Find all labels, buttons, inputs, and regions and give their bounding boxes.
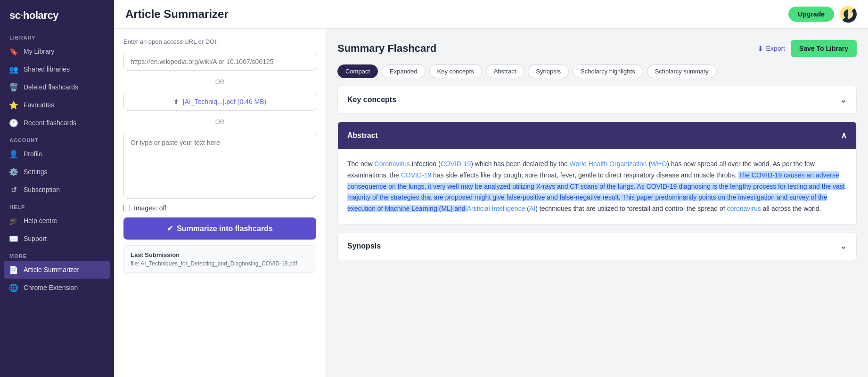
images-label: Images: off <box>134 204 166 212</box>
theme-toggle-button[interactable]: 🌓 <box>840 6 857 23</box>
content-area: Enter an open access URL or DOI: OR ⬆ [A… <box>114 29 868 377</box>
flashcard-title: Summary Flashcard <box>337 42 436 55</box>
chevron-up-icon: ∧ <box>841 130 847 141</box>
tab-scholarcy-highlights[interactable]: Scholarcy highlights <box>573 64 643 78</box>
covid19-link-1[interactable]: COVID-19 <box>441 160 471 168</box>
tab-key-concepts[interactable]: Key concepts <box>429 64 482 78</box>
images-checkbox[interactable] <box>123 205 130 211</box>
url-label: Enter an open access URL or DOI: <box>123 38 316 45</box>
help-icon: 🎓 <box>9 217 18 225</box>
ml-link[interactable]: ML <box>441 205 450 212</box>
topbar-actions: Upgrade 🌓 <box>788 6 857 23</box>
topbar: Article Summarizer Upgrade 🌓 <box>114 0 868 29</box>
chrome-icon: 🌐 <box>9 283 18 292</box>
coronavirus-link-2[interactable]: coronavirus <box>727 205 761 212</box>
profile-icon: 👤 <box>9 150 18 158</box>
sidebar-item-article-summarizer[interactable]: 📄 Article Summarizer <box>4 261 110 279</box>
settings-icon: ⚙️ <box>9 168 18 176</box>
right-panel: Summary Flashcard ⬇ Export Save To Libra… <box>326 29 868 377</box>
sidebar-item-help-centre[interactable]: 🎓 Help centre <box>0 212 114 230</box>
or-divider-1: OR <box>123 76 316 87</box>
library-section-label: LIBRARY <box>0 29 114 42</box>
file-label: [AI_Techniq...].pdf (0.46 MB) <box>183 98 266 105</box>
upload-icon: ⬆ <box>173 98 179 105</box>
sidebar: sc·holarcy LIBRARY 🔖 My Library 👥 Shared… <box>0 0 114 377</box>
recent-icon: 🕐 <box>9 119 18 127</box>
abstract-body: The new Coronavirus infection (COVID-19)… <box>338 149 856 224</box>
images-row: Images: off <box>123 204 316 212</box>
left-panel: Enter an open access URL or DOI: OR ⬆ [A… <box>114 29 326 377</box>
tab-expanded[interactable]: Expanded <box>382 64 426 78</box>
support-icon: ✉️ <box>9 234 18 243</box>
sidebar-item-recent-flashcards[interactable]: 🕐 Recent flashcards <box>0 114 114 132</box>
sidebar-item-favourites[interactable]: ⭐ Favourites <box>0 96 114 114</box>
subscription-icon: ↺ <box>9 185 18 194</box>
tabs-row: Compact Expanded Key concepts Abstract S… <box>337 64 857 78</box>
abstract-header[interactable]: Abstract ∧ <box>338 122 856 149</box>
chevron-down-icon-2: ⌄ <box>840 241 847 251</box>
synopsis-section: Synopsis ⌄ <box>337 232 857 260</box>
who-link[interactable]: World Health Organization <box>570 160 647 168</box>
who-abbr-link[interactable]: WHO <box>651 160 667 168</box>
summarize-button[interactable]: ✔ Summarize into flashcards <box>123 217 316 240</box>
abstract-title: Abstract <box>347 131 378 140</box>
synopsis-header[interactable]: Synopsis ⌄ <box>338 233 856 260</box>
file-upload-button[interactable]: ⬆ [AI_Techniq...].pdf (0.46 MB) <box>123 93 316 111</box>
sidebar-item-settings[interactable]: ⚙️ Settings <box>0 163 114 181</box>
tab-scholarcy-summary[interactable]: Scholarcy summary <box>647 64 717 78</box>
last-submission-box: Last Submission file: AI_Techniques_for_… <box>123 245 316 273</box>
upgrade-button[interactable]: Upgrade <box>788 7 834 22</box>
export-button[interactable]: ⬇ Export <box>757 44 785 53</box>
page-title: Article Summarizer <box>125 8 229 21</box>
main-area: Article Summarizer Upgrade 🌓 Enter an op… <box>114 0 868 377</box>
synopsis-title: Synopsis <box>347 242 381 250</box>
highlighted-text-2: ) and <box>450 205 467 212</box>
coronavirus-link[interactable]: Coronavirus <box>375 160 410 168</box>
sidebar-item-chrome-extension[interactable]: 🌐 Chrome Extension <box>0 279 114 297</box>
delete-icon: 🗑️ <box>9 83 18 91</box>
help-section-label: HELP <box>0 199 114 212</box>
favourites-icon: ⭐ <box>9 101 18 109</box>
key-concepts-title: Key concepts <box>347 96 396 104</box>
sidebar-item-shared-libraries[interactable]: 👥 Shared libraries <box>0 60 114 78</box>
ai-abbr-link[interactable]: AI <box>529 205 535 212</box>
ai-full-link[interactable]: Artificial Intelligence <box>467 205 525 212</box>
abstract-section: Abstract ∧ The new Coronavirus infection… <box>337 121 857 225</box>
logo: sc·holarcy <box>0 0 114 29</box>
flashcard-header: Summary Flashcard ⬇ Export Save To Libra… <box>337 40 857 57</box>
theme-icon: 🌓 <box>843 9 853 19</box>
article-summarizer-icon: 📄 <box>9 265 18 274</box>
sidebar-item-support[interactable]: ✉️ Support <box>0 230 114 248</box>
sidebar-item-profile[interactable]: 👤 Profile <box>0 145 114 163</box>
checkmark-icon: ✔ <box>167 224 173 233</box>
chevron-down-icon: ⌄ <box>840 95 847 105</box>
export-icon: ⬇ <box>757 44 763 53</box>
last-submission-title: Last Submission <box>131 251 309 258</box>
key-concepts-header[interactable]: Key concepts ⌄ <box>338 86 856 113</box>
more-section-label: MORE <box>0 248 114 261</box>
shared-icon: 👥 <box>9 65 18 73</box>
tab-synopsis[interactable]: Synopsis <box>528 64 569 78</box>
text-input[interactable] <box>123 133 316 199</box>
last-submission-file: file: AI_Techniques_for_Detecting_and_Di… <box>131 260 309 267</box>
tab-compact[interactable]: Compact <box>337 64 378 78</box>
or-divider-2: OR <box>123 116 316 127</box>
covid19-link-2[interactable]: COVID-19 <box>401 171 432 179</box>
key-concepts-section: Key concepts ⌄ <box>337 86 857 114</box>
sidebar-item-my-library[interactable]: 🔖 My Library <box>0 42 114 60</box>
bookmark-icon: 🔖 <box>9 47 18 56</box>
account-section-label: ACCOUNT <box>0 132 114 145</box>
sidebar-item-deleted-flashcards[interactable]: 🗑️ Deleted flashcards <box>0 78 114 96</box>
url-input[interactable] <box>123 53 316 71</box>
tab-abstract[interactable]: Abstract <box>486 64 524 78</box>
sidebar-item-subscription[interactable]: ↺ Subscription <box>0 181 114 199</box>
save-to-library-button[interactable]: Save To Library <box>791 40 857 57</box>
